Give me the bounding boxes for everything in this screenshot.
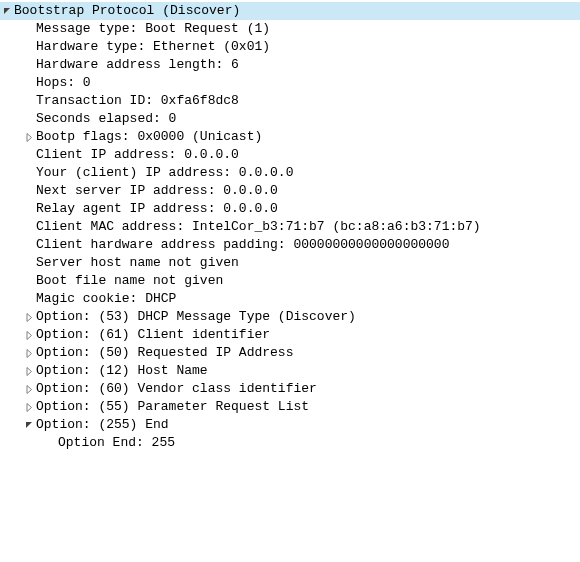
expander-closed-icon[interactable] — [22, 313, 36, 322]
field-hops[interactable]: Hops: 0 — [0, 74, 580, 92]
field-boot-file-name[interactable]: Boot file name not given — [0, 272, 580, 290]
field-seconds-elapsed[interactable]: Seconds elapsed: 0 — [0, 110, 580, 128]
root-title: Bootstrap Protocol (Discover) — [14, 2, 248, 20]
option-label: Option: (255) End — [36, 416, 177, 434]
field-hw-addr-len[interactable]: Hardware address length: 6 — [0, 56, 580, 74]
field-label: Boot file name not given — [36, 272, 231, 290]
option-255-end-value[interactable]: Option End: 255 — [0, 434, 580, 452]
field-label: Hops: 0 — [36, 74, 99, 92]
option-label: Option: (12) Host Name — [36, 362, 216, 380]
field-label: Relay agent IP address: 0.0.0.0 — [36, 200, 286, 218]
field-message-type[interactable]: Message type: Boot Request (1) — [0, 20, 580, 38]
option-12-host-name[interactable]: Option: (12) Host Name — [0, 362, 580, 380]
field-relay-agent-ip[interactable]: Relay agent IP address: 0.0.0.0 — [0, 200, 580, 218]
field-client-mac[interactable]: Client MAC address: IntelCor_b3:71:b7 (b… — [0, 218, 580, 236]
field-client-ip[interactable]: Client IP address: 0.0.0.0 — [0, 146, 580, 164]
option-60-vendor-class[interactable]: Option: (60) Vendor class identifier — [0, 380, 580, 398]
option-label: Option: (53) DHCP Message Type (Discover… — [36, 308, 364, 326]
expander-open-icon[interactable] — [0, 7, 14, 16]
field-label: Bootp flags: 0x0000 (Unicast) — [36, 128, 270, 146]
field-hardware-type[interactable]: Hardware type: Ethernet (0x01) — [0, 38, 580, 56]
expander-closed-icon[interactable] — [22, 331, 36, 340]
option-label: Option: (55) Parameter Request List — [36, 398, 317, 416]
field-label: Option End: 255 — [58, 434, 183, 452]
option-53-dhcp-message-type[interactable]: Option: (53) DHCP Message Type (Discover… — [0, 308, 580, 326]
field-label: Next server IP address: 0.0.0.0 — [36, 182, 286, 200]
field-label: Your (client) IP address: 0.0.0.0 — [36, 164, 301, 182]
field-label: Client IP address: 0.0.0.0 — [36, 146, 247, 164]
field-label: Client hardware address padding: 0000000… — [36, 236, 457, 254]
field-hw-padding[interactable]: Client hardware address padding: 0000000… — [0, 236, 580, 254]
option-label: Option: (50) Requested IP Address — [36, 344, 301, 362]
option-label: Option: (60) Vendor class identifier — [36, 380, 325, 398]
field-transaction-id[interactable]: Transaction ID: 0xfa6f8dc8 — [0, 92, 580, 110]
field-label: Message type: Boot Request (1) — [36, 20, 278, 38]
field-server-host-name[interactable]: Server host name not given — [0, 254, 580, 272]
expander-open-icon[interactable] — [22, 421, 36, 430]
packet-details-tree: Bootstrap Protocol (Discover) Message ty… — [0, 0, 580, 460]
expander-closed-icon[interactable] — [22, 385, 36, 394]
expander-closed-icon[interactable] — [22, 133, 36, 142]
expander-closed-icon[interactable] — [22, 349, 36, 358]
root-bootstrap-protocol[interactable]: Bootstrap Protocol (Discover) — [0, 2, 580, 20]
field-bootp-flags[interactable]: Bootp flags: 0x0000 (Unicast) — [0, 128, 580, 146]
field-label: Hardware address length: 6 — [36, 56, 247, 74]
field-label: Client MAC address: IntelCor_b3:71:b7 (b… — [36, 218, 489, 236]
option-61-client-identifier[interactable]: Option: (61) Client identifier — [0, 326, 580, 344]
field-your-ip[interactable]: Your (client) IP address: 0.0.0.0 — [0, 164, 580, 182]
option-50-requested-ip[interactable]: Option: (50) Requested IP Address — [0, 344, 580, 362]
field-magic-cookie[interactable]: Magic cookie: DHCP — [0, 290, 580, 308]
option-label: Option: (61) Client identifier — [36, 326, 278, 344]
field-label: Seconds elapsed: 0 — [36, 110, 184, 128]
field-label: Transaction ID: 0xfa6f8dc8 — [36, 92, 247, 110]
field-label: Hardware type: Ethernet (0x01) — [36, 38, 278, 56]
field-next-server-ip[interactable]: Next server IP address: 0.0.0.0 — [0, 182, 580, 200]
option-255-end[interactable]: Option: (255) End — [0, 416, 580, 434]
option-55-parameter-request-list[interactable]: Option: (55) Parameter Request List — [0, 398, 580, 416]
expander-closed-icon[interactable] — [22, 367, 36, 376]
field-label: Server host name not given — [36, 254, 247, 272]
field-label: Magic cookie: DHCP — [36, 290, 184, 308]
expander-closed-icon[interactable] — [22, 403, 36, 412]
